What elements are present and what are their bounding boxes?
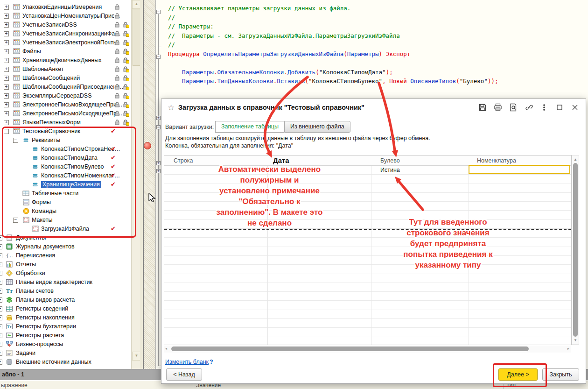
expand-icon[interactable]: + <box>4 40 9 45</box>
tree-item[interactable]: +УчетныеЗаписиСинхронизацииФа… <box>0 29 131 38</box>
tree-item[interactable]: +ШаблоныСообщений <box>0 74 131 83</box>
tree-item-label[interactable]: Регистры сведений <box>16 305 68 312</box>
expand-icon[interactable]: + <box>0 324 2 329</box>
tree-item[interactable]: +Файлы <box>0 47 131 56</box>
fold-expand-icon[interactable]: + <box>156 116 161 120</box>
expand-icon[interactable]: + <box>0 306 2 311</box>
tree-scrollbar-thumb[interactable] <box>133 9 140 66</box>
scroll-right-icon[interactable]: ▸ <box>567 347 569 351</box>
tree-item-label[interactable]: УчетныеЗаписиСинхронизацииФа… <box>22 30 121 37</box>
tree-item-label[interactable]: ШаблоныСообщенийПрисоединенн… <box>22 84 126 90</box>
tree-item-label[interactable]: ЯзыкиПечатныхФорм <box>22 119 81 126</box>
col-header-nomenklatura[interactable]: Номенклатура <box>477 157 516 164</box>
edit-form-link[interactable]: Изменить бланк <box>165 359 209 365</box>
expand-icon[interactable]: + <box>4 67 9 72</box>
tree-item[interactable]: +УпаковкиЕдиницыИзмерения <box>0 3 131 12</box>
tree-item[interactable]: +Планы видов характеристик <box>0 278 131 287</box>
tree-item-label[interactable]: Регистры накопления <box>16 314 75 321</box>
col-header-bulevo[interactable]: Булево <box>380 157 400 164</box>
tab-fill-table[interactable]: Заполнение таблицы <box>215 121 284 133</box>
tree-item-label[interactable]: ЭлектронноеПисьмоИсходящееПр… <box>22 110 123 117</box>
tree-item[interactable]: +{..}Перечисления <box>0 251 131 260</box>
expand-icon[interactable]: + <box>0 342 2 347</box>
more-icon[interactable] <box>540 103 548 112</box>
close-button[interactable]: Закрыть <box>542 368 579 381</box>
tree-item-label[interactable]: УстановкаЦенНоменклатурыПрис… <box>22 13 120 19</box>
breakpoint-icon[interactable] <box>144 142 151 149</box>
cell-istina[interactable]: Истина <box>380 167 400 173</box>
tree-item[interactable]: +УстановкаЦенНоменклатурыПрис… <box>0 12 131 21</box>
expand-icon[interactable]: + <box>4 22 9 28</box>
tree-item-label[interactable]: Регистры бухгалтерии <box>16 323 76 330</box>
tree-item[interactable]: +Регистры расчета <box>0 331 131 340</box>
tree-item-label[interactable]: УчетныеЗаписиDSS <box>22 21 77 28</box>
tree-item[interactable]: +Задачи <box>0 349 131 358</box>
tree-item[interactable]: +УчетныеЗаписиЭлектроннойПочты <box>0 38 131 47</box>
tree-item-label[interactable]: Обработки <box>16 270 45 276</box>
tree-item-label[interactable]: Задачи <box>16 350 35 356</box>
table-hscrollbar[interactable]: ◂ ▸ <box>164 345 571 353</box>
expand-icon[interactable]: + <box>4 111 9 116</box>
tree-item-label[interactable]: ЭлектронноеПисьмоВходящееПри… <box>22 101 123 108</box>
hscrollbar-thumb[interactable] <box>171 347 529 351</box>
save-icon[interactable] <box>478 103 487 112</box>
tree-item-label[interactable]: Регистры расчета <box>16 332 64 339</box>
favorite-star-icon[interactable]: ☆ <box>168 103 175 113</box>
expand-icon[interactable]: + <box>0 315 2 320</box>
editor-gutter[interactable] <box>144 0 156 369</box>
tree-item-label[interactable]: Перечисления <box>16 252 55 259</box>
scroll-up-icon[interactable]: ▲ <box>572 157 579 162</box>
tree-item-label[interactable]: ШаблоныСообщений <box>22 75 80 81</box>
fold-expand-icon[interactable]: + <box>156 161 161 165</box>
expand-icon[interactable]: + <box>0 262 2 267</box>
expand-icon[interactable]: + <box>0 333 2 338</box>
scroll-down-icon[interactable]: ▼ <box>572 338 579 342</box>
expand-icon[interactable]: + <box>4 102 9 107</box>
tree-item-label[interactable]: Бизнес-процессы <box>16 341 63 347</box>
selected-cell[interactable] <box>469 165 570 174</box>
expand-icon[interactable]: + <box>4 49 9 54</box>
fold-collapse-icon[interactable]: − <box>156 125 161 129</box>
expand-icon[interactable]: + <box>0 244 2 249</box>
expand-icon[interactable]: + <box>0 271 2 276</box>
col-header-data[interactable]: Дата <box>273 156 289 164</box>
panel-splitter[interactable] <box>140 0 144 369</box>
table-vscrollbar[interactable]: ▲ ▼ <box>572 155 579 345</box>
tree-item[interactable]: +Планы видов расчета <box>0 296 131 304</box>
fold-collapse-icon[interactable]: − <box>156 55 161 59</box>
tree-item[interactable]: +ХранилищеДвоичныхДанных <box>0 56 131 65</box>
expand-icon[interactable]: + <box>4 93 9 99</box>
preview-icon[interactable] <box>509 103 518 112</box>
expand-icon[interactable]: + <box>4 58 9 63</box>
tree-item-label[interactable]: УпаковкиЕдиницыИзмерения <box>22 4 102 10</box>
expand-icon[interactable]: + <box>0 351 2 356</box>
close-icon[interactable] <box>571 103 579 112</box>
expand-icon[interactable]: + <box>4 31 9 36</box>
help-link[interactable]: ? <box>210 359 213 365</box>
tree-item-label[interactable]: Планы видов характеристик <box>16 279 92 285</box>
expand-icon[interactable]: + <box>4 76 9 81</box>
expand-icon[interactable]: + <box>0 360 2 365</box>
tree-item[interactable]: +УчетныеЗаписиDSS <box>0 21 131 29</box>
tree-item[interactable]: +Регистры сведений <box>0 304 131 313</box>
tree-item-label[interactable]: Файлы <box>22 48 41 55</box>
expand-icon[interactable]: + <box>0 253 2 258</box>
tree-item[interactable]: +ЭлектронноеПисьмоВходящееПри… <box>0 100 131 109</box>
link-icon[interactable] <box>525 103 533 112</box>
maximize-icon[interactable] <box>555 103 564 112</box>
tree-item[interactable]: +ШаблоныСообщенийПрисоединенн… <box>0 83 131 92</box>
tree-item-label[interactable]: Внешние источники данных <box>16 359 91 365</box>
fold-expand-icon[interactable]: + <box>156 169 161 173</box>
tree-item[interactable]: +Внешние источники данных <box>0 358 131 367</box>
tree-item-label[interactable]: ШаблоныАнкет <box>22 66 63 72</box>
col-header-stroka[interactable]: Строка <box>174 157 193 164</box>
tree-item[interactable]: +ЭкземплярыСервераDSS <box>0 92 131 100</box>
tree-item[interactable]: +ЯзыкиПечатныхФорм <box>0 118 131 127</box>
vscrollbar-thumb[interactable] <box>573 163 578 337</box>
tree-item[interactable]: +Журналы документов <box>0 242 131 251</box>
back-button[interactable]: < Назад <box>166 368 202 381</box>
tree-item-label[interactable]: Журналы документов <box>16 243 75 250</box>
scroll-left-icon[interactable]: ◂ <box>165 347 167 351</box>
tree-item[interactable]: +ШаблоныАнкет <box>0 65 131 74</box>
expand-icon[interactable]: + <box>0 280 2 285</box>
